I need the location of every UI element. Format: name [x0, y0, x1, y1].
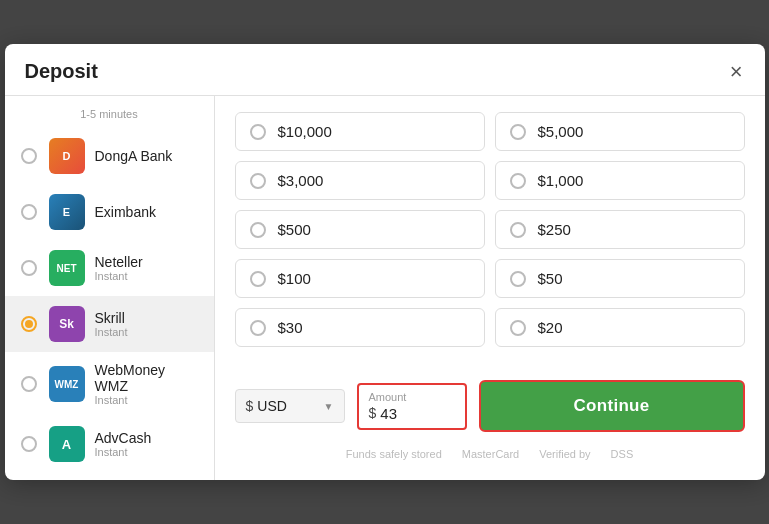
- amount-input-wrapper: Amount $: [357, 383, 467, 430]
- logo-webmoney: WMZ: [49, 366, 85, 402]
- bank-speed-webmoney: Instant: [95, 394, 198, 406]
- radio-500: [250, 222, 266, 238]
- amount-label-3000: $3,000: [278, 172, 324, 189]
- mastercard-text: MasterCard: [462, 448, 519, 460]
- amount-label-30: $30: [278, 319, 303, 336]
- modal-title: Deposit: [25, 60, 98, 83]
- modal-header: Deposit ×: [5, 44, 765, 96]
- sidebar-time-label: 1-5 minutes: [5, 104, 214, 128]
- sidebar-item-advcash[interactable]: A AdvCash Instant: [5, 416, 214, 472]
- bank-name-advcash: AdvCash: [95, 430, 152, 446]
- bank-info-donga: DongA Bank: [95, 148, 173, 164]
- amount-option-1000[interactable]: $1,000: [495, 161, 745, 200]
- amount-label-20: $20: [538, 319, 563, 336]
- radio-30: [250, 320, 266, 336]
- bank-info-webmoney: WebMoney WMZ Instant: [95, 362, 198, 406]
- chevron-down-icon: ▼: [324, 401, 334, 412]
- currency-symbol: $: [246, 398, 254, 414]
- bank-info-skrill: Skrill Instant: [95, 310, 128, 338]
- sidebar-item-eximbank[interactable]: E Eximbank: [5, 184, 214, 240]
- amount-option-30[interactable]: $30: [235, 308, 485, 347]
- radio-5000: [510, 124, 526, 140]
- amount-label-1000: $1,000: [538, 172, 584, 189]
- security-text: Funds safely stored: [346, 448, 442, 460]
- amount-input[interactable]: [380, 405, 440, 422]
- bank-name-eximbank: Eximbank: [95, 204, 156, 220]
- sidebar-item-neteller[interactable]: NET Neteller Instant: [5, 240, 214, 296]
- modal-overlay: Deposit × 1-5 minutes D DongA Bank: [0, 0, 769, 524]
- logo-neteller: NET: [49, 250, 85, 286]
- bank-info-neteller: Neteller Instant: [95, 254, 143, 282]
- bank-speed-advcash: Instant: [95, 446, 152, 458]
- radio-1000: [510, 173, 526, 189]
- main-content: $10,000 $5,000 $3,000 $1,000: [215, 96, 765, 480]
- amount-option-10000[interactable]: $10,000: [235, 112, 485, 151]
- bank-name-skrill: Skrill: [95, 310, 128, 326]
- amount-option-250[interactable]: $250: [495, 210, 745, 249]
- amount-label-100: $100: [278, 270, 311, 287]
- amount-label-5000: $5,000: [538, 123, 584, 140]
- security-bar: Funds safely stored MasterCard Verified …: [235, 440, 745, 464]
- amount-option-5000[interactable]: $5,000: [495, 112, 745, 151]
- amount-label-50: $50: [538, 270, 563, 287]
- amount-dollar-symbol: $: [369, 405, 377, 421]
- amount-label-250: $250: [538, 221, 571, 238]
- radio-3000: [250, 173, 266, 189]
- amount-label-10000: $10,000: [278, 123, 332, 140]
- amount-option-500[interactable]: $500: [235, 210, 485, 249]
- bank-info-advcash: AdvCash Instant: [95, 430, 152, 458]
- radio-neteller: [21, 260, 37, 276]
- amount-option-20[interactable]: $20: [495, 308, 745, 347]
- deposit-modal: Deposit × 1-5 minutes D DongA Bank: [5, 44, 765, 480]
- currency-code: USD: [257, 398, 319, 414]
- verified-text: Verified by: [539, 448, 590, 460]
- currency-select[interactable]: $ USD ▼: [235, 389, 345, 423]
- amount-input-label: Amount: [369, 391, 455, 403]
- bank-name-webmoney: WebMoney WMZ: [95, 362, 198, 394]
- sidebar-item-skrill[interactable]: Sk Skrill Instant: [5, 296, 214, 352]
- logo-eximbank: E: [49, 194, 85, 230]
- sidebar: 1-5 minutes D DongA Bank E Eximbank: [5, 96, 215, 480]
- radio-webmoney: [21, 376, 37, 392]
- radio-100: [250, 271, 266, 287]
- footer-row: $ USD ▼ Amount $ Continue: [235, 380, 745, 432]
- amount-grid: $10,000 $5,000 $3,000 $1,000: [235, 112, 745, 347]
- radio-donga: [21, 148, 37, 164]
- bank-speed-skrill: Instant: [95, 326, 128, 338]
- amount-option-3000[interactable]: $3,000: [235, 161, 485, 200]
- sidebar-item-webmoney[interactable]: WMZ WebMoney WMZ Instant: [5, 352, 214, 416]
- radio-250: [510, 222, 526, 238]
- dss-text: DSS: [611, 448, 634, 460]
- bank-info-eximbank: Eximbank: [95, 204, 156, 220]
- modal-body: 1-5 minutes D DongA Bank E Eximbank: [5, 96, 765, 480]
- radio-50: [510, 271, 526, 287]
- sidebar-item-donga[interactable]: D DongA Bank: [5, 128, 214, 184]
- radio-10000: [250, 124, 266, 140]
- logo-advcash: A: [49, 426, 85, 462]
- bank-name-donga: DongA Bank: [95, 148, 173, 164]
- amount-input-row: $: [369, 405, 455, 422]
- amount-option-50[interactable]: $50: [495, 259, 745, 298]
- radio-skrill: [21, 316, 37, 332]
- logo-donga: D: [49, 138, 85, 174]
- bank-name-neteller: Neteller: [95, 254, 143, 270]
- radio-eximbank: [21, 204, 37, 220]
- amount-option-100[interactable]: $100: [235, 259, 485, 298]
- continue-button[interactable]: Continue: [479, 380, 745, 432]
- radio-advcash: [21, 436, 37, 452]
- bank-speed-neteller: Instant: [95, 270, 143, 282]
- close-button[interactable]: ×: [728, 61, 745, 83]
- radio-20: [510, 320, 526, 336]
- logo-skrill: Sk: [49, 306, 85, 342]
- amount-label-500: $500: [278, 221, 311, 238]
